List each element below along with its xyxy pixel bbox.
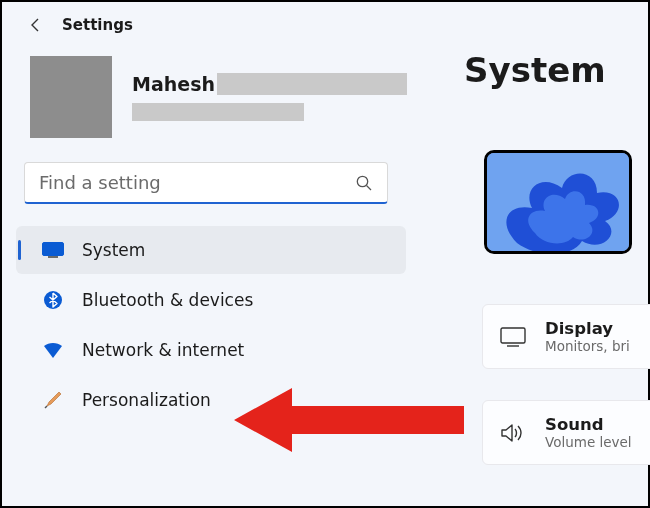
search-icon <box>355 174 373 192</box>
card-subtitle: Volume level <box>545 434 632 450</box>
sidebar-item-bluetooth[interactable]: Bluetooth & devices <box>16 276 406 324</box>
device-thumbnail[interactable] <box>484 150 632 254</box>
bluetooth-icon <box>42 289 64 311</box>
search-input[interactable] <box>24 162 388 204</box>
sidebar-item-label: Bluetooth & devices <box>82 290 253 310</box>
search-field[interactable] <box>39 172 355 193</box>
card-title: Sound <box>545 415 632 434</box>
avatar[interactable] <box>30 56 112 138</box>
card-title: Display <box>545 319 630 338</box>
app-title: Settings <box>62 16 133 34</box>
svg-line-1 <box>367 185 372 190</box>
sidebar-item-personalization[interactable]: Personalization <box>16 376 406 424</box>
card-subtitle: Monitors, bri <box>545 338 630 354</box>
sound-icon <box>499 419 527 447</box>
sidebar-item-label: Network & internet <box>82 340 244 360</box>
back-icon[interactable] <box>28 17 44 33</box>
redacted-name-part <box>217 73 407 95</box>
card-sound[interactable]: Sound Volume level <box>482 400 650 465</box>
card-display[interactable]: Display Monitors, bri <box>482 304 650 369</box>
user-name: Mahesh <box>132 73 215 95</box>
page-title: System <box>464 50 650 90</box>
wifi-icon <box>42 339 64 361</box>
paintbrush-icon <box>42 389 64 411</box>
svg-rect-3 <box>48 256 58 258</box>
redacted-email <box>132 103 304 121</box>
svg-rect-2 <box>43 243 64 256</box>
sidebar-item-label: Personalization <box>82 390 211 410</box>
svg-point-0 <box>357 176 367 186</box>
sidebar-item-system[interactable]: System <box>16 226 406 274</box>
svg-rect-6 <box>501 328 525 343</box>
system-icon <box>42 239 64 261</box>
sidebar-item-network[interactable]: Network & internet <box>16 326 406 374</box>
display-icon <box>499 323 527 351</box>
sidebar-item-label: System <box>82 240 145 260</box>
